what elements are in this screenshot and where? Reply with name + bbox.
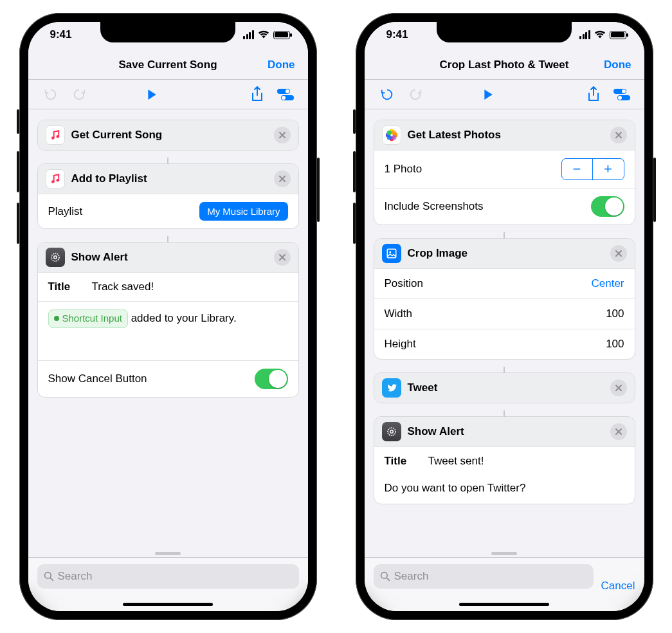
svg-point-21 <box>392 135 396 140</box>
twitter-icon <box>382 378 401 398</box>
svg-point-4 <box>51 136 55 140</box>
play-button[interactable] <box>142 85 161 104</box>
nav-bar: Save Current Song Done <box>28 50 308 80</box>
share-button[interactable] <box>248 85 267 104</box>
svg-point-8 <box>51 253 59 261</box>
svg-point-26 <box>390 430 393 434</box>
remove-action-button[interactable] <box>610 423 627 440</box>
done-button[interactable]: Done <box>604 59 631 71</box>
action-title: Add to Playlist <box>71 172 268 185</box>
status-time: 9:41 <box>386 28 408 41</box>
show-cancel-toggle[interactable] <box>255 369 288 389</box>
cancel-button[interactable]: Cancel <box>601 580 635 592</box>
title-field-value[interactable]: Tweet sent! <box>428 455 484 468</box>
title-field-label: Title <box>48 280 82 293</box>
svg-point-1 <box>286 89 289 93</box>
svg-point-24 <box>389 251 391 253</box>
svg-point-27 <box>381 573 387 579</box>
home-indicator[interactable] <box>123 603 213 606</box>
height-value[interactable]: 100 <box>606 338 624 351</box>
action-title: Show Alert <box>408 425 604 438</box>
redo-button[interactable] <box>406 85 425 104</box>
share-button[interactable] <box>584 85 603 104</box>
svg-point-14 <box>618 96 622 100</box>
svg-point-7 <box>56 179 59 182</box>
show-cancel-label: Show Cancel Button <box>48 372 147 385</box>
remove-action-button[interactable] <box>610 380 627 396</box>
include-screenshots-toggle[interactable] <box>591 196 624 217</box>
page-title: Save Current Song <box>118 59 217 71</box>
search-placeholder: Search <box>394 570 429 583</box>
battery-icon <box>610 31 626 39</box>
settings-toggle-button[interactable] <box>276 85 295 104</box>
action-crop-image[interactable]: Crop Image Position Center Width 100 Hei… <box>374 238 635 360</box>
stepper-minus[interactable]: − <box>562 159 593 179</box>
cellular-signal-icon <box>243 30 254 39</box>
bottom-bar: Search Cancel <box>365 557 644 611</box>
search-icon <box>44 571 54 582</box>
shortcut-input-token[interactable]: Shortcut Input <box>48 309 128 328</box>
playlist-value-chip[interactable]: My Music Library <box>199 202 287 221</box>
search-input[interactable]: Search <box>37 564 299 589</box>
page-title: Crop Last Photo & Tweet <box>440 59 569 71</box>
action-title: Show Alert <box>71 251 268 264</box>
wifi-icon <box>258 30 269 39</box>
status-time: 9:41 <box>50 28 72 41</box>
include-screenshots-label: Include Screenshots <box>385 200 484 213</box>
remove-action-button[interactable] <box>274 170 291 187</box>
crop-icon <box>382 244 401 263</box>
svg-point-9 <box>53 256 57 259</box>
photo-count-stepper[interactable]: − + <box>561 158 624 180</box>
notch <box>100 22 235 42</box>
cellular-signal-icon <box>579 30 590 39</box>
undo-button[interactable] <box>41 85 60 104</box>
title-field-label: Title <box>385 455 418 468</box>
action-get-latest-photos[interactable]: Get Latest Photos 1 Photo − + Include Sc… <box>374 120 635 225</box>
phone-left: 9:41 Save Current Song Done <box>19 13 317 620</box>
action-get-current-song[interactable]: Get Current Song <box>37 120 299 151</box>
play-button[interactable] <box>478 85 498 104</box>
height-label: Height <box>385 338 416 351</box>
width-value[interactable]: 100 <box>606 307 624 320</box>
action-show-alert[interactable]: Show Alert Title Tweet sent! Do you want… <box>374 416 635 504</box>
action-title: Tweet <box>408 381 604 394</box>
done-button[interactable]: Done <box>268 59 295 71</box>
undo-button[interactable] <box>377 85 397 104</box>
action-tweet[interactable]: Tweet <box>374 372 635 403</box>
home-indicator[interactable] <box>459 603 549 606</box>
music-icon <box>46 169 65 188</box>
svg-point-3 <box>282 96 286 100</box>
param-label: Playlist <box>48 205 83 218</box>
alert-body-text: Do you want to open Twitter? <box>385 482 526 494</box>
remove-action-button[interactable] <box>610 245 627 262</box>
alert-body-input[interactable]: Shortcut Input added to your Library. <box>38 301 298 360</box>
toolbar <box>365 80 644 109</box>
notch <box>437 22 572 42</box>
action-add-to-playlist[interactable]: Add to Playlist Playlist My Music Librar… <box>37 163 299 229</box>
position-value[interactable]: Center <box>591 277 624 290</box>
nav-bar: Crop Last Photo & Tweet Done <box>365 50 644 80</box>
alert-body-input[interactable]: Do you want to open Twitter? <box>374 475 635 504</box>
search-input[interactable]: Search <box>374 564 594 589</box>
remove-action-button[interactable] <box>274 127 291 143</box>
stepper-plus[interactable]: + <box>593 159 624 179</box>
action-show-alert[interactable]: Show Alert Title Track saved! Shortcut I… <box>37 242 299 398</box>
svg-point-12 <box>622 89 626 93</box>
settings-toggle-button[interactable] <box>612 85 631 104</box>
grabber-icon[interactable] <box>155 552 181 555</box>
remove-action-button[interactable] <box>274 249 291 266</box>
grabber-icon[interactable] <box>491 552 517 555</box>
svg-point-25 <box>388 428 395 436</box>
remove-action-button[interactable] <box>610 127 627 143</box>
redo-button[interactable] <box>69 85 89 104</box>
battery-icon <box>273 31 290 39</box>
action-title: Get Latest Photos <box>408 129 604 142</box>
position-label: Position <box>385 277 423 290</box>
photo-count-label: 1 Photo <box>385 163 422 176</box>
svg-point-20 <box>392 131 396 135</box>
title-field-value[interactable]: Track saved! <box>92 280 154 293</box>
svg-point-19 <box>386 131 391 135</box>
wifi-icon <box>594 30 606 39</box>
search-placeholder: Search <box>58 570 93 583</box>
svg-point-5 <box>56 135 59 138</box>
